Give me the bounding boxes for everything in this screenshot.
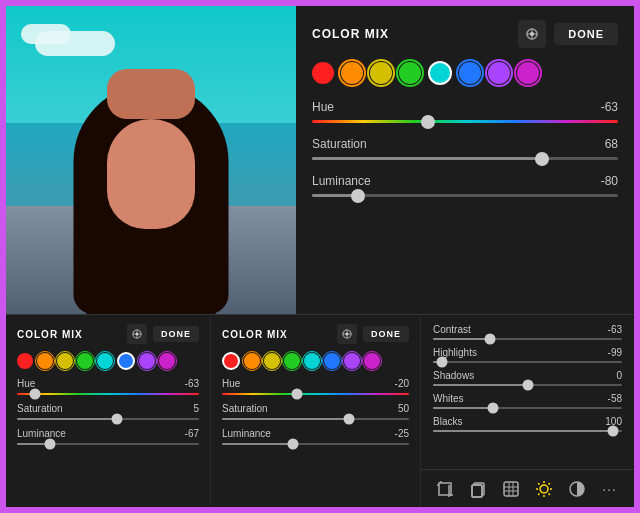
- color-picker-icon[interactable]: [518, 20, 546, 48]
- bl-cc-orange[interactable]: [37, 353, 53, 369]
- bm-cc-green[interactable]: [284, 353, 300, 369]
- whites-label: Whites: [433, 393, 464, 404]
- hue-label: Hue: [312, 100, 334, 114]
- highlights-value: -99: [608, 347, 622, 358]
- bm-cc-yellow[interactable]: [264, 353, 280, 369]
- whites-thumb[interactable]: [488, 403, 499, 414]
- hue-value: -63: [601, 100, 618, 114]
- saturation-value: 68: [605, 137, 618, 151]
- bm-hue-track[interactable]: [222, 393, 409, 395]
- bl-lum-track[interactable]: [17, 443, 199, 445]
- bl-sat-track[interactable]: [17, 418, 199, 420]
- bl-sat-value: 5: [193, 403, 199, 414]
- svg-line-30: [538, 483, 539, 484]
- saturation-label: Saturation: [312, 137, 367, 151]
- whites-track[interactable]: [433, 407, 622, 409]
- bl-cc-yellow[interactable]: [57, 353, 73, 369]
- luminance-track[interactable]: [312, 194, 618, 197]
- svg-rect-20: [504, 482, 518, 496]
- bm-cc-red[interactable]: [222, 352, 240, 370]
- bl-done-button[interactable]: DONE: [153, 326, 199, 342]
- saturation-track[interactable]: [312, 157, 618, 160]
- bm-hue-row: Hue -20: [222, 378, 409, 395]
- top-panel-header: COLOR MIX DONE: [312, 20, 618, 48]
- svg-point-7: [135, 333, 138, 336]
- toolbar-more[interactable]: ···: [596, 475, 624, 503]
- bl-cc-purple[interactable]: [139, 353, 155, 369]
- bl-sat-label: Saturation: [17, 403, 63, 414]
- highlights-thumb[interactable]: [437, 357, 448, 368]
- contrast-row: Contrast -63: [433, 324, 622, 340]
- bl-cc-red[interactable]: [17, 353, 33, 369]
- saturation-thumb[interactable]: [535, 152, 549, 166]
- bm-cc-cyan[interactable]: [304, 353, 320, 369]
- svg-rect-18: [472, 485, 482, 497]
- bl-cc-blue[interactable]: [117, 352, 135, 370]
- bottom-right-panel: Contrast -63 Highlights -99: [421, 315, 634, 507]
- top-hue-slider-row: Hue -63: [312, 100, 618, 123]
- contrast-label: Contrast: [433, 324, 471, 335]
- color-circle-green[interactable]: [399, 62, 421, 84]
- bm-cc-orange[interactable]: [244, 353, 260, 369]
- shadows-thumb[interactable]: [522, 380, 533, 391]
- toolbar-crop[interactable]: [431, 475, 459, 503]
- bl-cc-magenta[interactable]: [159, 353, 175, 369]
- bl-cc-cyan[interactable]: [97, 353, 113, 369]
- bm-done-button[interactable]: DONE: [363, 326, 409, 342]
- bottom-mid-panel: COLOR MIX DONE: [211, 315, 421, 507]
- shadows-track[interactable]: [433, 384, 622, 386]
- hue-track[interactable]: [312, 120, 618, 123]
- color-circle-magenta[interactable]: [517, 62, 539, 84]
- top-done-button[interactable]: DONE: [554, 23, 618, 45]
- blacks-thumb[interactable]: [607, 426, 618, 437]
- color-circle-orange[interactable]: [341, 62, 363, 84]
- contrast-thumb[interactable]: [484, 334, 495, 345]
- bl-lum-thumb[interactable]: [44, 439, 55, 450]
- blacks-track[interactable]: [433, 430, 622, 432]
- bm-lum-thumb[interactable]: [288, 439, 299, 450]
- hue-thumb[interactable]: [421, 115, 435, 129]
- bl-hue-value: -63: [185, 378, 199, 389]
- shadows-row: Shadows 0: [433, 370, 622, 386]
- shadows-value: 0: [616, 370, 622, 381]
- contrast-track[interactable]: [433, 338, 622, 340]
- bm-sat-thumb[interactable]: [344, 414, 355, 425]
- contrast-value: -63: [608, 324, 622, 335]
- toolbar-light[interactable]: [530, 475, 558, 503]
- bm-picker-icon[interactable]: [337, 324, 357, 344]
- bm-sat-track[interactable]: [222, 418, 409, 420]
- color-circle-yellow[interactable]: [370, 62, 392, 84]
- color-circle-red[interactable]: [312, 62, 334, 84]
- bm-lum-row: Luminance -25: [222, 428, 409, 445]
- luminance-value: -80: [601, 174, 618, 188]
- bm-cc-purple[interactable]: [344, 353, 360, 369]
- bm-lum-track[interactable]: [222, 443, 409, 445]
- bm-cc-magenta[interactable]: [364, 353, 380, 369]
- top-saturation-slider-row: Saturation 68: [312, 137, 618, 160]
- bm-sat-row: Saturation 50: [222, 403, 409, 420]
- bm-hue-value: -20: [395, 378, 409, 389]
- bm-hue-thumb[interactable]: [291, 389, 302, 400]
- svg-line-33: [538, 493, 539, 494]
- color-circle-cyan[interactable]: [428, 61, 452, 85]
- bl-hue-label: Hue: [17, 378, 35, 389]
- highlights-track[interactable]: [433, 361, 622, 363]
- bm-lum-value: -25: [395, 428, 409, 439]
- bl-hue-thumb[interactable]: [30, 389, 41, 400]
- svg-point-11: [345, 333, 348, 336]
- bm-cc-blue[interactable]: [324, 353, 340, 369]
- color-circle-blue[interactable]: [459, 62, 481, 84]
- blacks-label: Blacks: [433, 416, 462, 427]
- main-photo: [6, 6, 296, 314]
- color-circle-purple[interactable]: [488, 62, 510, 84]
- toolbar-adjust[interactable]: [497, 475, 525, 503]
- bl-hue-track[interactable]: [17, 393, 199, 395]
- toolbar-color[interactable]: [563, 475, 591, 503]
- bl-hue-row: Hue -63: [17, 378, 199, 395]
- bm-panel-title: COLOR MIX: [222, 329, 288, 340]
- bl-cc-green[interactable]: [77, 353, 93, 369]
- luminance-thumb[interactable]: [351, 189, 365, 203]
- bl-picker-icon[interactable]: [127, 324, 147, 344]
- toolbar-copy[interactable]: [464, 475, 492, 503]
- bl-sat-thumb[interactable]: [112, 414, 123, 425]
